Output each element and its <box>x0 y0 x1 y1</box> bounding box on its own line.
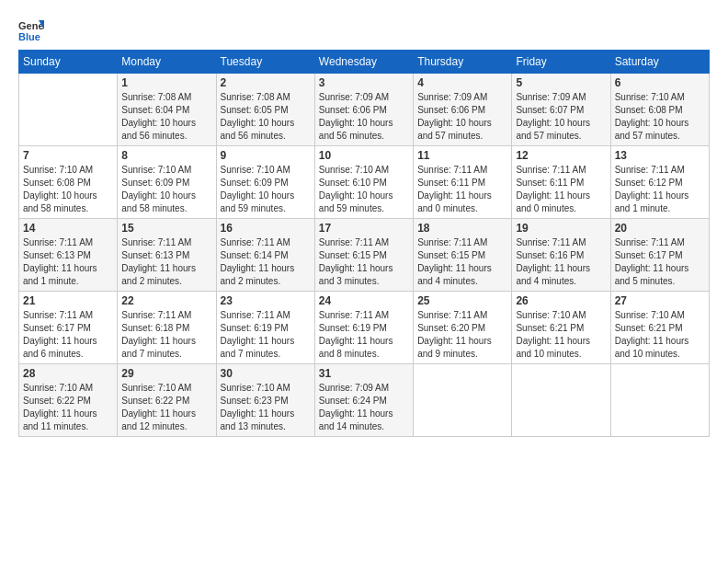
day-number: 8 <box>121 149 211 162</box>
day-info: Sunrise: 7:11 AMSunset: 6:19 PMDaylight:… <box>319 310 393 359</box>
day-info: Sunrise: 7:09 AMSunset: 6:06 PMDaylight:… <box>417 92 492 141</box>
day-info: Sunrise: 7:11 AMSunset: 6:19 PMDaylight:… <box>221 310 295 359</box>
calendar-cell: 17Sunrise: 7:11 AMSunset: 6:15 PMDayligh… <box>314 219 413 292</box>
day-info: Sunrise: 7:10 AMSunset: 6:10 PMDaylight:… <box>319 165 393 213</box>
week-row-2: 7Sunrise: 7:10 AMSunset: 6:08 PMDaylight… <box>19 146 710 219</box>
calendar-cell: 7Sunrise: 7:10 AMSunset: 6:08 PMDaylight… <box>19 146 118 219</box>
day-info: Sunrise: 7:11 AMSunset: 6:16 PMDaylight:… <box>516 237 590 286</box>
day-number: 30 <box>221 367 311 380</box>
day-number: 23 <box>221 294 311 307</box>
calendar-cell: 1Sunrise: 7:08 AMSunset: 6:04 PMDaylight… <box>118 74 216 146</box>
day-info: Sunrise: 7:11 AMSunset: 6:11 PMDaylight:… <box>417 165 492 213</box>
day-number: 9 <box>221 149 311 162</box>
calendar-cell: 21Sunrise: 7:11 AMSunset: 6:17 PMDayligh… <box>19 292 118 364</box>
day-number: 16 <box>221 222 311 235</box>
day-info: Sunrise: 7:09 AMSunset: 6:24 PMDaylight:… <box>319 383 393 431</box>
calendar-cell: 26Sunrise: 7:10 AMSunset: 6:21 PMDayligh… <box>512 292 610 364</box>
week-row-1: 1Sunrise: 7:08 AMSunset: 6:04 PMDaylight… <box>19 74 710 146</box>
calendar-cell: 19Sunrise: 7:11 AMSunset: 6:16 PMDayligh… <box>512 219 610 292</box>
day-number: 6 <box>615 76 705 89</box>
header: General Blue <box>18 17 710 42</box>
calendar-cell: 14Sunrise: 7:11 AMSunset: 6:13 PMDayligh… <box>19 219 118 292</box>
day-number: 21 <box>23 294 113 307</box>
day-number: 25 <box>417 294 507 307</box>
day-info: Sunrise: 7:11 AMSunset: 6:17 PMDaylight:… <box>23 310 97 359</box>
day-number: 12 <box>516 149 606 162</box>
day-info: Sunrise: 7:11 AMSunset: 6:13 PMDaylight:… <box>23 237 97 286</box>
calendar-cell: 25Sunrise: 7:11 AMSunset: 6:20 PMDayligh… <box>414 292 512 364</box>
week-row-4: 21Sunrise: 7:11 AMSunset: 6:17 PMDayligh… <box>19 292 710 364</box>
calendar-cell <box>610 364 709 437</box>
logo: General Blue <box>18 17 48 42</box>
day-number: 11 <box>417 149 507 162</box>
week-row-3: 14Sunrise: 7:11 AMSunset: 6:13 PMDayligh… <box>19 219 710 292</box>
calendar-cell: 10Sunrise: 7:10 AMSunset: 6:10 PMDayligh… <box>314 146 413 219</box>
day-info: Sunrise: 7:10 AMSunset: 6:22 PMDaylight:… <box>23 383 97 431</box>
day-number: 7 <box>23 149 113 162</box>
calendar-body: 1Sunrise: 7:08 AMSunset: 6:04 PMDaylight… <box>19 74 710 437</box>
calendar-cell: 12Sunrise: 7:11 AMSunset: 6:11 PMDayligh… <box>512 146 610 219</box>
calendar-cell: 11Sunrise: 7:11 AMSunset: 6:11 PMDayligh… <box>414 146 512 219</box>
day-number: 17 <box>319 222 409 235</box>
calendar-cell: 4Sunrise: 7:09 AMSunset: 6:06 PMDaylight… <box>414 74 512 146</box>
day-number: 19 <box>516 222 606 235</box>
day-number: 27 <box>615 294 705 307</box>
calendar-cell: 30Sunrise: 7:10 AMSunset: 6:23 PMDayligh… <box>216 364 314 437</box>
day-info: Sunrise: 7:11 AMSunset: 6:11 PMDaylight:… <box>516 165 590 213</box>
day-number: 5 <box>516 76 606 89</box>
day-number: 24 <box>319 294 409 307</box>
day-info: Sunrise: 7:08 AMSunset: 6:05 PMDaylight:… <box>221 92 295 141</box>
day-info: Sunrise: 7:11 AMSunset: 6:17 PMDaylight:… <box>615 237 689 286</box>
day-number: 3 <box>319 76 409 89</box>
day-info: Sunrise: 7:10 AMSunset: 6:23 PMDaylight:… <box>221 383 295 431</box>
calendar-cell: 6Sunrise: 7:10 AMSunset: 6:08 PMDaylight… <box>610 74 709 146</box>
calendar-cell: 27Sunrise: 7:10 AMSunset: 6:21 PMDayligh… <box>610 292 709 364</box>
day-info: Sunrise: 7:09 AMSunset: 6:06 PMDaylight:… <box>319 92 393 141</box>
logo-icon: General Blue <box>18 17 44 42</box>
day-number: 20 <box>615 222 705 235</box>
day-number: 14 <box>23 222 113 235</box>
day-number: 29 <box>121 367 211 380</box>
week-row-5: 28Sunrise: 7:10 AMSunset: 6:22 PMDayligh… <box>19 364 710 437</box>
calendar-header: SundayMondayTuesdayWednesdayThursdayFrid… <box>19 51 710 74</box>
day-info: Sunrise: 7:10 AMSunset: 6:09 PMDaylight:… <box>121 165 196 213</box>
day-info: Sunrise: 7:11 AMSunset: 6:12 PMDaylight:… <box>615 165 689 213</box>
day-info: Sunrise: 7:10 AMSunset: 6:22 PMDaylight:… <box>121 383 196 431</box>
calendar-cell: 5Sunrise: 7:09 AMSunset: 6:07 PMDaylight… <box>512 74 610 146</box>
calendar-cell: 22Sunrise: 7:11 AMSunset: 6:18 PMDayligh… <box>118 292 216 364</box>
day-info: Sunrise: 7:10 AMSunset: 6:21 PMDaylight:… <box>615 310 689 359</box>
day-info: Sunrise: 7:08 AMSunset: 6:04 PMDaylight:… <box>121 92 196 141</box>
day-info: Sunrise: 7:11 AMSunset: 6:14 PMDaylight:… <box>221 237 295 286</box>
calendar-cell: 8Sunrise: 7:10 AMSunset: 6:09 PMDaylight… <box>118 146 216 219</box>
calendar-cell <box>19 74 118 146</box>
calendar-cell: 28Sunrise: 7:10 AMSunset: 6:22 PMDayligh… <box>19 364 118 437</box>
day-number: 10 <box>319 149 409 162</box>
day-number: 4 <box>417 76 507 89</box>
header-cell-thursday: Thursday <box>414 51 512 74</box>
calendar-cell <box>414 364 512 437</box>
svg-text:Blue: Blue <box>18 31 40 42</box>
calendar-cell <box>512 364 610 437</box>
day-info: Sunrise: 7:11 AMSunset: 6:13 PMDaylight:… <box>121 237 196 286</box>
day-info: Sunrise: 7:11 AMSunset: 6:15 PMDaylight:… <box>319 237 393 286</box>
day-number: 31 <box>319 367 409 380</box>
page: General Blue SundayMondayTuesdayWednesda… <box>0 0 728 563</box>
calendar-cell: 2Sunrise: 7:08 AMSunset: 6:05 PMDaylight… <box>216 74 314 146</box>
day-info: Sunrise: 7:11 AMSunset: 6:15 PMDaylight:… <box>417 237 492 286</box>
day-info: Sunrise: 7:09 AMSunset: 6:07 PMDaylight:… <box>516 92 590 141</box>
header-cell-wednesday: Wednesday <box>314 51 413 74</box>
calendar-cell: 3Sunrise: 7:09 AMSunset: 6:06 PMDaylight… <box>314 74 413 146</box>
day-number: 15 <box>121 222 211 235</box>
calendar-cell: 18Sunrise: 7:11 AMSunset: 6:15 PMDayligh… <box>414 219 512 292</box>
calendar-cell: 29Sunrise: 7:10 AMSunset: 6:22 PMDayligh… <box>118 364 216 437</box>
calendar-cell: 16Sunrise: 7:11 AMSunset: 6:14 PMDayligh… <box>216 219 314 292</box>
calendar-table: SundayMondayTuesdayWednesdayThursdayFrid… <box>18 50 710 437</box>
calendar-cell: 20Sunrise: 7:11 AMSunset: 6:17 PMDayligh… <box>610 219 709 292</box>
header-cell-saturday: Saturday <box>610 51 709 74</box>
day-number: 18 <box>417 222 507 235</box>
calendar-cell: 23Sunrise: 7:11 AMSunset: 6:19 PMDayligh… <box>216 292 314 364</box>
calendar-cell: 9Sunrise: 7:10 AMSunset: 6:09 PMDaylight… <box>216 146 314 219</box>
day-number: 22 <box>121 294 211 307</box>
header-row: SundayMondayTuesdayWednesdayThursdayFrid… <box>19 51 710 74</box>
day-info: Sunrise: 7:10 AMSunset: 6:21 PMDaylight:… <box>516 310 590 359</box>
